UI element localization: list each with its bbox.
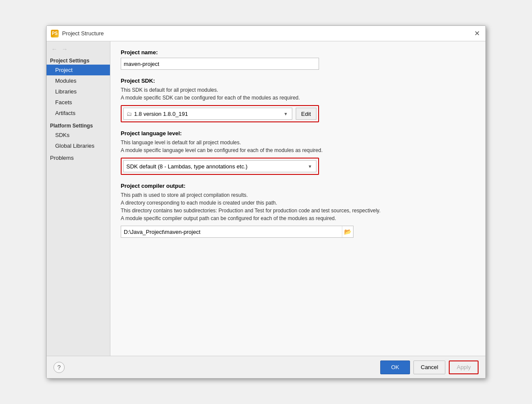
app-icon: PS [51, 30, 59, 37]
sidebar-item-modules[interactable]: Modules [47, 75, 110, 86]
project-settings-label: Project Settings [47, 55, 110, 65]
sidebar-item-sdks[interactable]: SDKs [47, 130, 110, 140]
project-compiler-output-label: Project compiler output: [121, 183, 475, 189]
platform-settings-label: Platform Settings [47, 118, 110, 130]
compiler-description: This path is used to store all project c… [121, 191, 475, 222]
sdk-dropdown-arrow: ▼ [282, 112, 289, 116]
lang-dropdown-arrow: ▼ [307, 164, 313, 169]
lang-row: SDK default (8 - Lambdas, type annotatio… [121, 158, 319, 175]
sdk-select-wrapper: 🗂 1.8 version 1.8.0_191 ▼ [123, 108, 292, 120]
sdk-description: This SDK is default for all project modu… [121, 86, 475, 102]
project-sdk-label: Project SDK: [121, 78, 475, 84]
footer-left: ? [53, 362, 65, 373]
project-language-level-label: Project language level: [121, 130, 475, 137]
close-button[interactable]: ✕ [473, 29, 481, 38]
nav-row: ← → [47, 43, 110, 55]
dialog-title: Project Structure [62, 30, 473, 37]
sidebar-item-facets[interactable]: Facets [47, 97, 110, 108]
sidebar-item-problems[interactable]: Problems [47, 151, 110, 163]
back-button[interactable]: ← [50, 45, 59, 53]
language-level-dropdown[interactable]: SDK default (8 - Lambdas, type annotatio… [126, 163, 307, 170]
sidebar-item-project[interactable]: Project [47, 65, 110, 75]
compiler-folder-browse-button[interactable]: 📂 [342, 226, 353, 237]
help-button[interactable]: ? [53, 362, 65, 373]
ok-button[interactable]: OK [380, 360, 410, 374]
project-name-label: Project name: [121, 49, 475, 56]
sdk-dropdown[interactable]: 1.8 version 1.8.0_191 [134, 111, 282, 117]
folder-icon: 🗂 [126, 111, 132, 117]
lang-select-wrapper: SDK default (8 - Lambdas, type annotatio… [123, 160, 316, 172]
forward-button[interactable]: → [60, 45, 69, 53]
sdk-edit-button[interactable]: Edit [296, 108, 316, 120]
project-sdk-section: Project SDK: This SDK is default for all… [121, 78, 475, 122]
sidebar-item-artifacts[interactable]: Artifacts [47, 108, 110, 118]
sidebar: ← → Project Settings Project Modules Lib… [47, 41, 110, 356]
dialog-body: ← → Project Settings Project Modules Lib… [47, 41, 485, 356]
sidebar-item-global-libraries[interactable]: Global Libraries [47, 140, 110, 151]
dialog-footer: ? OK Cancel Apply [47, 356, 485, 378]
compiler-path-input[interactable] [121, 227, 342, 237]
project-name-section: Project name: [121, 49, 475, 70]
project-language-level-section: Project language level: This language le… [121, 130, 475, 175]
footer-right: OK Cancel Apply [380, 360, 479, 374]
cancel-button[interactable]: Cancel [413, 360, 445, 374]
title-bar: PS Project Structure ✕ [47, 26, 485, 41]
project-compiler-output-section: Project compiler output: This path is us… [121, 183, 475, 238]
main-content: Project name: Project SDK: This SDK is d… [110, 41, 485, 356]
project-name-input[interactable] [121, 58, 319, 70]
compiler-path-row: 📂 [121, 226, 354, 238]
browse-folder-icon: 📂 [344, 228, 351, 235]
apply-button[interactable]: Apply [449, 360, 479, 374]
sdk-row: 🗂 1.8 version 1.8.0_191 ▼ Edit [121, 105, 319, 122]
sidebar-item-libraries[interactable]: Libraries [47, 86, 110, 97]
project-structure-dialog: PS Project Structure ✕ ← → Project Setti… [46, 25, 486, 379]
lang-description: This language level is default for all p… [121, 139, 475, 154]
